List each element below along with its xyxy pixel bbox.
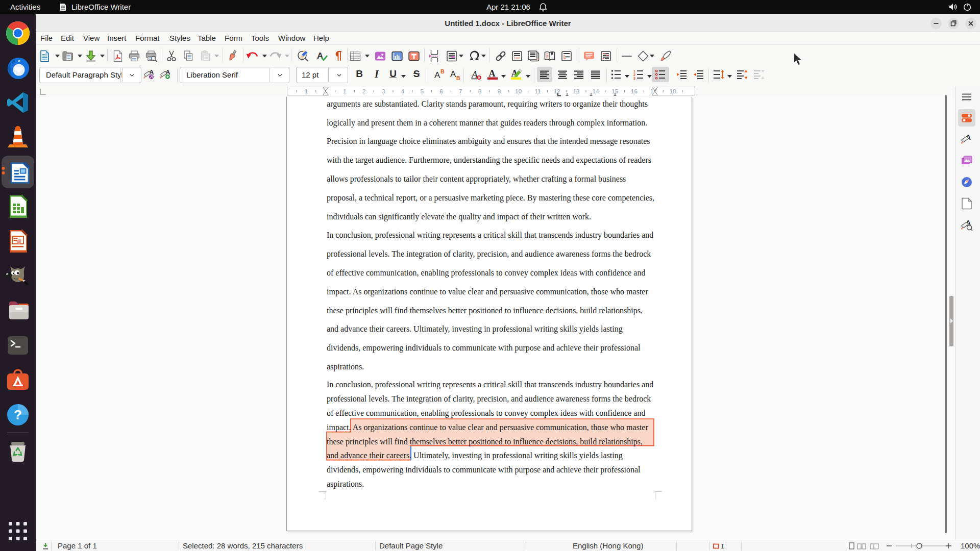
svg-text:3: 3 — [633, 77, 635, 80]
svg-text:A: A — [434, 70, 440, 80]
svg-text:1: 1 — [305, 88, 308, 94]
svg-text:A: A — [450, 69, 456, 79]
svg-text:7: 7 — [459, 88, 462, 94]
svg-text:A: A — [471, 69, 478, 80]
svg-text:1: 1 — [514, 56, 516, 60]
svg-text:6: 6 — [439, 88, 443, 94]
svg-text:B: B — [440, 68, 445, 74]
svg-text:I: I — [721, 543, 724, 549]
svg-text:1: 1 — [633, 69, 635, 73]
svg-text:12: 12 — [554, 88, 560, 94]
svg-text:2: 2 — [633, 73, 635, 77]
svg-text:2: 2 — [362, 88, 365, 94]
svg-text:18: 18 — [670, 88, 676, 94]
svg-text:11: 11 — [535, 88, 541, 94]
svg-text:4: 4 — [401, 88, 405, 94]
svg-text:3: 3 — [382, 88, 385, 94]
svg-text:1: 1 — [343, 88, 346, 94]
svg-text:10: 10 — [515, 88, 522, 94]
svg-text:8: 8 — [478, 88, 481, 94]
svg-text:16: 16 — [631, 88, 638, 94]
svg-text:?: ? — [14, 407, 22, 422]
svg-text:5: 5 — [420, 88, 423, 94]
svg-text:B: B — [456, 75, 460, 81]
svg-text:14: 14 — [593, 88, 599, 94]
svg-text:i: i — [536, 57, 537, 62]
svg-text:13: 13 — [573, 88, 580, 94]
svg-text:9: 9 — [498, 88, 501, 94]
svg-text:A: A — [489, 68, 496, 79]
